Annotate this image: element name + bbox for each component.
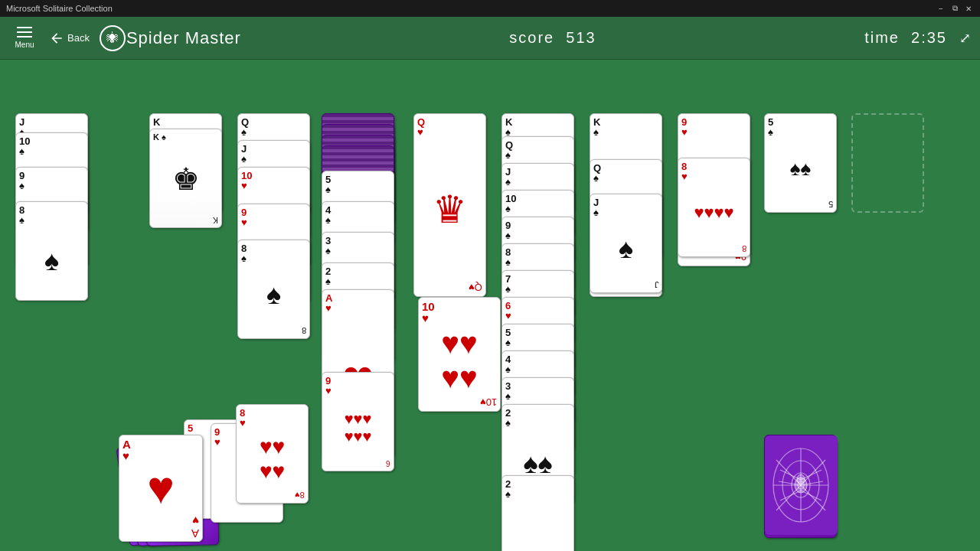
close-button[interactable]: ✕: [963, 3, 974, 14]
menu-icon: [17, 36, 32, 37]
svg-point-26: [797, 474, 805, 484]
card-8-hearts-col8[interactable]: 8♥ ♥♥♥♥ 8: [678, 158, 750, 257]
title-bar: Microsoft Solitaire Collection − ⧉ ✕: [0, 0, 980, 17]
back-label: Back: [67, 32, 90, 44]
spider-deck-front[interactable]: [764, 435, 837, 534]
minimize-button[interactable]: −: [936, 3, 946, 14]
card-8-spades-col3[interactable]: 8♠ ♠ 8: [237, 240, 310, 339]
game-title: Spider Master: [126, 28, 241, 48]
title-bar-text: Microsoft Solitaire Collection: [6, 4, 113, 13]
window-controls: − ⧉ ✕: [936, 3, 974, 14]
back-icon: [49, 31, 64, 46]
menu-label: Menu: [15, 41, 34, 49]
card-9-hearts-col4[interactable]: 9♥ ♥♥♥♥♥♥ 6: [322, 372, 394, 471]
menu-icon: [17, 27, 32, 28]
game-area: J♠ ♠ 10♠ ♠♠♠♠ 9♠ ♠ 8♠ ♠ A♥ ♥ A♥ 5♥ ♥ 9♥ …: [0, 60, 980, 551]
card-ace-hearts-col1[interactable]: A♥ ♥ A♥: [119, 435, 203, 542]
svg-text:🕷: 🕷: [106, 31, 119, 44]
card-q-hearts-col5[interactable]: Q♥ ♛ Q♥: [413, 113, 486, 297]
time-display: time 2:35: [864, 29, 947, 47]
menu-icon: [17, 31, 32, 33]
card-10-hearts-col5[interactable]: 10♥ ♥♥♥♥ 10♥: [418, 297, 501, 412]
header: Menu Back 🕷 Spider Master score 513 time…: [0, 17, 980, 60]
maximize-button[interactable]: ⧉: [949, 3, 960, 14]
card-k-spades-face-col2[interactable]: K ♠ ♚ K: [149, 129, 222, 228]
expand-button[interactable]: ⤢: [959, 30, 971, 47]
menu-button[interactable]: Menu: [9, 19, 40, 57]
game-logo: 🕷: [99, 24, 126, 52]
card-j-spades-col7[interactable]: J♠ ♠ J: [590, 194, 662, 293]
card-5-spades-col9[interactable]: 5♠ ♠♠ 5: [764, 113, 837, 213]
card-2-spades-col6-bottom[interactable]: 2♠ 2♠: [501, 475, 574, 551]
card-8-hearts-fanned[interactable]: 8♥ ♥♥♥♥ 8♥: [236, 404, 309, 504]
score-display: score 513: [241, 29, 864, 47]
card-8-spades-col1[interactable]: 8♠ ♠: [15, 201, 88, 301]
empty-slot-col10: [851, 113, 924, 213]
back-button[interactable]: Back: [49, 31, 90, 46]
